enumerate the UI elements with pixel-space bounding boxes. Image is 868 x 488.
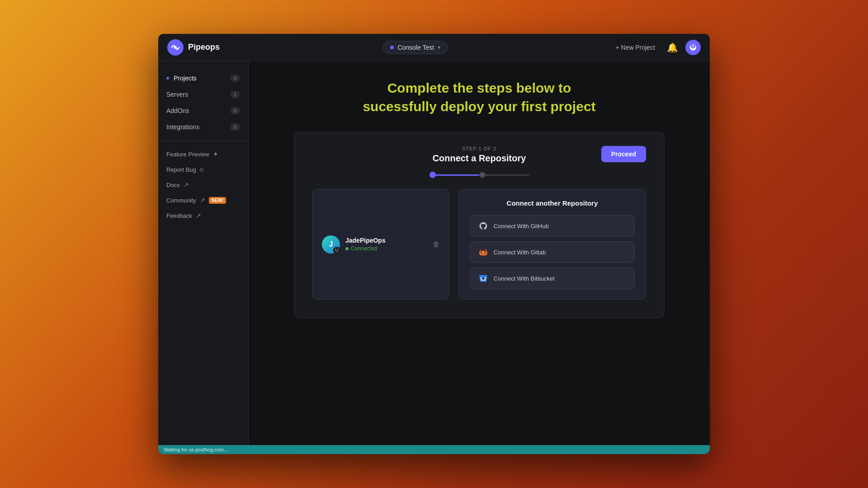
repo-name: JadePipeOps [345,237,386,244]
delete-repo-icon[interactable]: 🗑 [433,240,440,249]
sidebar-label-integrations: Integrations [166,123,199,131]
sidebar-label-feedback: Feedback [166,212,192,219]
sidebar-label-projects: Projects [174,75,197,82]
header: Pipeops Console Test ▾ + New Project 🔔 [158,34,710,61]
step-label: STEP 1 OF 2 [349,146,610,151]
sidebar-label-report-bug: Report Bug [166,166,196,173]
new-project-button[interactable]: + New Project [611,41,660,54]
connect-github-label: Connect With GitHub [494,223,549,230]
sidebar-badge-servers: 1 [230,91,240,98]
sidebar-item-feature-preview[interactable]: Feature Preview ✦ [158,146,248,162]
repo-status: Connected [345,245,386,252]
progress-dot-2 [479,172,486,178]
sidebar-item-feedback[interactable]: Feedback ↗ [158,208,248,223]
header-center: Console Test ▾ [382,41,448,54]
chevron-down-icon: ▾ [438,44,440,51]
repo-details: JadePipeOps Connected [345,237,386,252]
sidebar-item-report-bug[interactable]: Report Bug ⎋ [158,162,248,177]
svg-point-4 [336,251,338,252]
feedback-external-icon: ↗ [196,212,201,219]
progress-line-2 [486,174,529,176]
app-logo-text: Pipeops [188,42,220,52]
headline-line2: sucessfully deploy your first project [363,98,595,116]
sidebar-label-community: Community [166,197,196,204]
git-icon [335,248,339,253]
step-title: Connect a Repository [349,153,610,164]
repo-status-text: Connected [351,245,377,252]
sidebar-item-projects[interactable]: Projects 0 [158,70,248,86]
power-icon [689,43,698,52]
notification-icon[interactable]: 🔔 [667,42,678,53]
repo-status-dot [345,247,349,250]
status-bar-text: Waiting for us.posthog.com... [164,447,228,452]
sidebar-divider [158,141,248,141]
new-badge: NEW! [209,197,226,204]
progress-dot-1 [429,172,436,178]
sidebar: Projects 0 Servers 1 AddOns 0 [158,61,249,445]
progress-bar [429,172,529,178]
sidebar-item-addons[interactable]: AddOns 0 [158,103,248,119]
step-header: STEP 1 OF 2 Connect a Repository Proceed [312,146,646,178]
project-selector[interactable]: Console Test ▾ [382,41,448,54]
sidebar-item-docs[interactable]: Docs ↗ [158,177,248,192]
sidebar-badge-projects: 0 [230,75,240,82]
page-headline: Complete the steps below to sucessfully … [363,79,595,116]
gitlab-icon [478,247,488,257]
progress-line-1 [436,174,479,176]
report-bug-icon: ⎋ [200,166,203,173]
svg-point-2 [335,249,336,250]
sidebar-item-community[interactable]: Community ↗ NEW! [158,192,248,208]
project-name: Console Test [397,44,434,51]
headline-line1: Complete the steps below to [363,79,595,98]
connected-repo-card: J [312,189,449,300]
bitbucket-icon [478,273,488,283]
sidebar-label-servers: Servers [166,91,188,98]
connect-another-card: Connect another Repository Connect With … [458,189,646,300]
svg-point-1 [174,46,177,49]
proceed-button[interactable]: Proceed [601,146,646,162]
header-right: + New Project 🔔 [611,40,701,55]
connect-github-button[interactable]: Connect With GitHub [470,215,635,237]
connect-gitlab-button[interactable]: Connect With Gitlab [470,241,635,263]
svg-point-3 [337,249,339,250]
status-bar: Waiting for us.posthog.com... [158,445,710,454]
sidebar-badge-addons: 0 [230,107,240,114]
connect-bitbucket-label: Connect With Bitbucket [494,275,555,282]
community-external-icon: ↗ [200,197,205,204]
sidebar-item-integrations[interactable]: Integrations 0 [158,119,248,135]
connect-another-title: Connect another Repository [470,199,635,207]
sidebar-nav: Projects 0 Servers 1 AddOns 0 [158,70,248,436]
pipeops-logo-icon [167,39,184,56]
repo-avatar-container: J [322,235,340,253]
step-info: STEP 1 OF 2 Connect a Repository [349,146,610,178]
main-content: Complete the steps below to sucessfully … [249,61,710,445]
connect-gitlab-label: Connect With Gitlab [494,249,546,256]
docs-external-icon: ↗ [184,181,189,188]
app-body: Projects 0 Servers 1 AddOns 0 [158,61,710,445]
header-left: Pipeops [167,39,220,56]
feature-preview-icon: ✦ [213,150,218,158]
sidebar-label-feature-preview: Feature Preview [166,151,209,158]
github-icon [478,221,488,231]
user-avatar[interactable] [685,40,701,55]
sidebar-item-servers[interactable]: Servers 1 [158,86,248,103]
connect-bitbucket-button[interactable]: Connect With Bitbucket [470,267,635,289]
sidebar-badge-integrations: 0 [230,123,240,131]
repo-section: J [312,189,646,300]
repo-info: J [322,235,386,253]
project-status-dot [390,46,394,49]
active-indicator [166,77,169,80]
sidebar-label-addons: AddOns [166,107,189,114]
repo-avatar-badge [333,247,340,254]
step-card: STEP 1 OF 2 Connect a Repository Proceed [294,132,665,318]
sidebar-label-docs: Docs [166,182,180,188]
